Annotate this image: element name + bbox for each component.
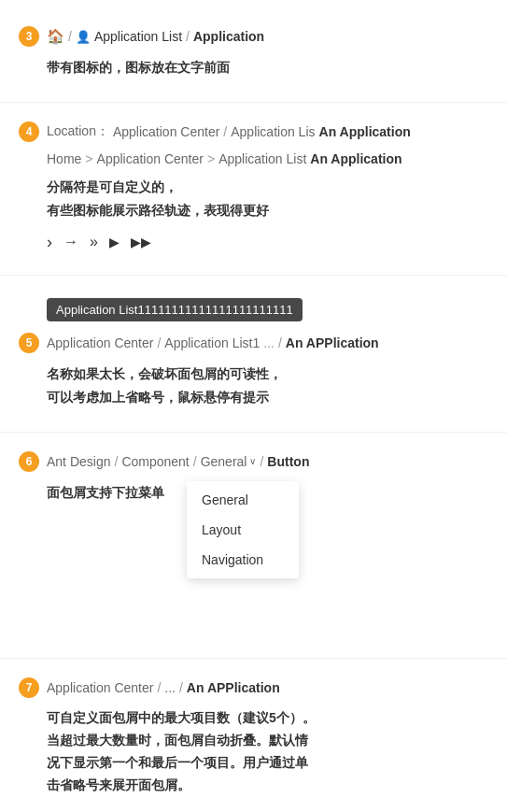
section-6-number: 6 [19, 451, 39, 472]
dropdown-item-layout[interactable]: Layout [187, 515, 299, 545]
section-4-header: 4 Location： Application Center / Applica… [19, 121, 488, 142]
section-7-desc: 可自定义面包屑中的最大项目数（建议5个）。 当超过最大数量时，面包屑自动折叠。默… [19, 707, 488, 796]
section-7-number: 7 [19, 677, 39, 698]
section-4-number: 4 [19, 121, 39, 142]
breadcrumb-item-applist[interactable]: Application List [94, 29, 182, 44]
home-icon[interactable]: 🏠 [47, 28, 64, 45]
arrow-5: ▶▶ [131, 235, 151, 249]
sep7-2: / [179, 680, 183, 695]
bc6-button[interactable]: Button [267, 454, 309, 469]
section-4: 4 Location： Application Center / Applica… [0, 107, 507, 270]
section-5-breadcrumb: Application Center / Application List1 .… [47, 335, 379, 350]
arrows-row: › → » ▶ ▶▶ [19, 233, 488, 252]
section-3-number: 3 [19, 26, 39, 47]
sep-s2: > [207, 151, 215, 166]
sep-s1: > [85, 151, 92, 166]
sep-1: / [68, 29, 72, 44]
section-4-top-breadcrumb: Location： Application Center / Applicati… [47, 123, 411, 140]
section-6: 6 Ant Design / Component / General ∨ / B… [0, 436, 507, 654]
arrow-3: » [90, 234, 98, 250]
section-4-second-breadcrumb: Home > Application Center > Application … [19, 151, 488, 166]
bc-home[interactable]: Home [47, 151, 81, 166]
section-3-desc: 带有图标的，图标放在文字前面 [19, 56, 488, 79]
location-label: Location： [47, 123, 109, 140]
desc7-line4: 击省略号来展开面包屑。 [47, 777, 190, 792]
desc5-line2: 可以考虑加上省略号，鼠标悬停有提示 [47, 390, 269, 405]
bc5-anapplication[interactable]: An APPlication [286, 335, 379, 350]
desc5-line1: 名称如果太长，会破坏面包屑的可读性， [47, 366, 282, 381]
bc-appcenter[interactable]: Application Center [113, 124, 219, 139]
section-3-header: 3 🏠 / 👤 Application List / Application [19, 26, 488, 47]
arrow-1: › [47, 233, 52, 252]
sep5-2: ... [263, 335, 275, 350]
desc7-line1: 可自定义面包屑中的最大项目数（建议5个）。 [47, 710, 316, 725]
bc-anapplication-top[interactable]: An Application [319, 124, 411, 139]
section-7: 7 Application Center / ... / An APPlicat… [0, 662, 507, 812]
desc-line2: 有些图标能展示路径轨迹，表现得更好 [47, 203, 269, 218]
bc-applist2[interactable]: Application List [218, 151, 306, 166]
sep6-3: / [260, 454, 263, 469]
sep6-1: / [114, 454, 118, 469]
section-5-desc: 名称如果太长，会破坏面包屑的可读性， 可以考虑加上省略号，鼠标悬停有提示 [19, 363, 488, 409]
bc6-component[interactable]: Component [121, 454, 189, 469]
section-6-header: 6 Ant Design / Component / General ∨ / B… [19, 451, 488, 472]
section-7-breadcrumb: Application Center / ... / An APPlicatio… [47, 680, 280, 695]
tooltip-container: Application List11111111111111111111111 [19, 298, 488, 327]
dropdown-item-general[interactable]: General [187, 485, 299, 515]
sep-2: / [186, 29, 190, 44]
section-5-header: 5 Application Center / Application List1… [19, 333, 488, 353]
chevron-down-icon: ∨ [249, 456, 256, 466]
section-7-header: 7 Application Center / ... / An APPlicat… [19, 677, 488, 698]
sep5-1: / [157, 335, 161, 350]
bc7-ellipsis[interactable]: ... [164, 680, 176, 695]
desc6: 面包屑支持下拉菜单 [47, 485, 164, 500]
bc6-antdesign[interactable]: Ant Design [47, 454, 110, 469]
bc-applist-short[interactable]: Application Lis [231, 124, 315, 139]
sep-t1: / [223, 124, 227, 139]
section-3-breadcrumb: 🏠 / 👤 Application List / Application [47, 28, 264, 45]
section-6-breadcrumb: Ant Design / Component / General ∨ / But… [47, 454, 309, 469]
bc5-applist1[interactable]: Application List1 [164, 335, 260, 350]
tooltip-text: Application List11111111111111111111111 [47, 298, 303, 321]
bc6-general-dropdown[interactable]: General ∨ [201, 454, 257, 469]
bc5-appcenter[interactable]: Application Center [47, 335, 153, 350]
bc7-anapplication[interactable]: An APPlication [187, 680, 280, 695]
bc-appcenter2[interactable]: Application Center [97, 151, 204, 166]
bc6-general-label: General [201, 454, 247, 469]
section-5-number: 5 [19, 333, 39, 353]
desc-line1: 分隔符是可自定义的， [47, 179, 177, 194]
user-icon: 👤 [76, 30, 91, 44]
sep7-1: / [157, 680, 161, 695]
desc7-line3: 况下显示第一个和最后一个项目。用户通过单 [47, 755, 308, 770]
arrow-4: ▶ [109, 235, 120, 249]
bc7-appcenter[interactable]: Application Center [47, 680, 153, 695]
desc7-line2: 当超过最大数量时，面包屑自动折叠。默认情 [47, 733, 308, 748]
sep5-3: / [278, 335, 282, 350]
bc-anapplication2[interactable]: An Application [310, 151, 401, 166]
section-4-desc: 分隔符是可自定义的， 有些图标能展示路径轨迹，表现得更好 [19, 176, 488, 222]
arrow-2: → [63, 234, 78, 250]
section-3: 3 🏠 / 👤 Application List / Application 带… [0, 11, 507, 98]
dropdown-menu: General Layout Navigation [187, 481, 299, 578]
section-5: Application List11111111111111111111111 … [0, 279, 507, 428]
dropdown-item-navigation[interactable]: Navigation [187, 545, 299, 575]
sep6-2: / [193, 454, 197, 469]
breadcrumb-item-application[interactable]: Application [193, 29, 264, 44]
